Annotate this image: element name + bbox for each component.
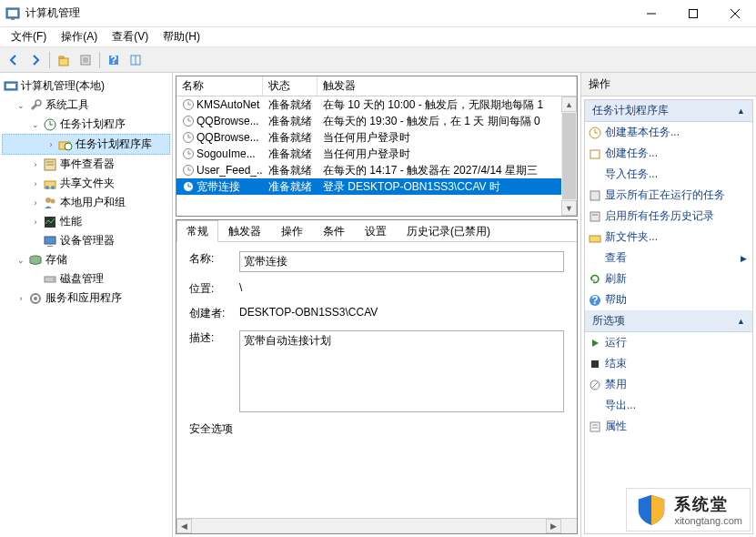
maximize-button[interactable] xyxy=(672,0,714,27)
action-create-basic-task[interactable]: 创建基本任务... xyxy=(585,122,752,143)
task-row[interactable]: QQBrowse...准备就绪当任何用户登录时 xyxy=(176,129,577,146)
menu-view[interactable]: 查看(V) xyxy=(105,27,156,46)
expand-icon[interactable]: › xyxy=(31,198,40,208)
expand-icon[interactable]: › xyxy=(46,140,55,149)
scroll-up-icon[interactable]: ▲ xyxy=(561,96,577,112)
col-name[interactable]: 名称 xyxy=(176,76,263,96)
task-row[interactable]: 宽带连接准备就绪登录 DESKTOP-OBN1SS3\CCAV 时 xyxy=(176,178,577,195)
tab-history[interactable]: 历史记录(已禁用) xyxy=(397,220,500,241)
tree-label: 任务计划程序 xyxy=(60,117,126,132)
menu-action[interactable]: 操作(A) xyxy=(54,27,105,46)
tab-actions[interactable]: 操作 xyxy=(271,220,313,241)
tree-device-manager[interactable]: 设备管理器 xyxy=(2,231,170,250)
action-label: 运行 xyxy=(605,335,627,350)
scroll-thumb[interactable] xyxy=(562,113,576,199)
collapse-icon[interactable]: ▲ xyxy=(737,317,745,326)
action-disable[interactable]: 禁用 xyxy=(585,374,752,395)
tree-system-tools[interactable]: ⌄ 系统工具 xyxy=(2,96,170,115)
collapse-icon[interactable]: ⌄ xyxy=(16,101,25,110)
tab-general[interactable]: 常规 xyxy=(176,220,218,242)
action-import-task[interactable]: 导入任务... xyxy=(585,164,752,185)
tab-conditions[interactable]: 条件 xyxy=(313,220,355,241)
scroll-track[interactable] xyxy=(192,519,546,533)
task-row[interactable]: KMSAutoNet准备就绪在每 10 天的 10:00 - 触发后，无限期地每… xyxy=(176,96,577,113)
section-library[interactable]: 任务计划程序库 ▲ xyxy=(585,100,752,122)
tree-event-viewer[interactable]: › 事件查看器 xyxy=(2,155,170,174)
svg-rect-1 xyxy=(8,10,17,16)
properties-button[interactable] xyxy=(76,50,96,70)
tree-root[interactable]: 计算机管理(本地) xyxy=(2,76,170,96)
expand-icon[interactable]: › xyxy=(16,294,25,303)
action-label: 创建任务... xyxy=(605,146,658,161)
back-button[interactable] xyxy=(4,50,24,70)
col-status[interactable]: 状态 xyxy=(263,76,318,96)
horizontal-scrollbar[interactable]: ◀ ▶ xyxy=(176,518,577,533)
folder-icon xyxy=(589,231,601,244)
help-button[interactable]: ? xyxy=(104,50,124,70)
tree-scheduler-library[interactable]: › 任务计划程序库 xyxy=(2,134,170,155)
scroll-left-icon[interactable]: ◀ xyxy=(176,519,192,533)
toolbar-separator xyxy=(49,52,50,68)
svg-rect-7 xyxy=(59,58,68,66)
action-refresh[interactable]: 刷新 xyxy=(585,268,752,289)
up-button[interactable] xyxy=(54,50,74,70)
tab-triggers[interactable]: 触发器 xyxy=(218,220,271,241)
forward-button[interactable] xyxy=(25,50,45,70)
task-row[interactable]: User_Feed_...准备就绪在每天的 14:17 - 触发器在 2027/… xyxy=(176,162,577,178)
pane-button[interactable] xyxy=(126,50,146,70)
security-label: 安全选项 xyxy=(189,421,233,437)
action-create-task[interactable]: 创建任务... xyxy=(585,143,752,164)
menu-help[interactable]: 帮助(H) xyxy=(156,27,207,46)
tree-disk-management[interactable]: 磁盘管理 xyxy=(2,269,170,289)
tree-services[interactable]: › 服务和应用程序 xyxy=(2,289,170,308)
tree-performance[interactable]: › 性能 xyxy=(2,212,170,231)
action-end[interactable]: 结束 xyxy=(585,353,752,374)
close-button[interactable] xyxy=(714,0,756,27)
task-row[interactable]: SogouIme...准备就绪当任何用户登录时 xyxy=(176,146,577,162)
action-export[interactable]: 导出... xyxy=(585,395,752,416)
minimize-button[interactable] xyxy=(630,0,672,27)
col-trigger[interactable]: 触发器 xyxy=(318,76,577,96)
shield-icon xyxy=(634,492,669,527)
action-view[interactable]: 查看 ▶ xyxy=(585,248,752,268)
svg-point-40 xyxy=(34,297,37,300)
actions-header: 操作 xyxy=(581,73,756,96)
expand-icon[interactable]: › xyxy=(31,218,40,227)
action-help[interactable]: ? 帮助 xyxy=(585,289,752,310)
menu-file[interactable]: 文件(F) xyxy=(4,27,54,46)
svg-rect-61 xyxy=(590,191,600,200)
spacer xyxy=(31,275,40,284)
scroll-right-icon[interactable]: ▶ xyxy=(546,519,561,533)
action-show-running[interactable]: 显示所有正在运行的任务 xyxy=(585,185,752,206)
action-run[interactable]: 运行 xyxy=(585,332,752,353)
tree-storage[interactable]: ⌄ 存储 xyxy=(2,250,170,269)
svg-text:?: ? xyxy=(591,294,598,307)
action-label: 结束 xyxy=(605,356,627,371)
action-new-folder[interactable]: 新文件夹... xyxy=(585,227,752,248)
collapse-icon[interactable]: ⌄ xyxy=(31,120,40,129)
vertical-scrollbar[interactable]: ▲ ▼ xyxy=(561,96,577,216)
expand-icon[interactable]: › xyxy=(31,179,40,188)
expand-icon[interactable]: › xyxy=(31,160,40,169)
clock-icon xyxy=(182,115,195,127)
action-enable-history[interactable]: 启用所有任务历史记录 xyxy=(585,206,752,227)
computer-icon xyxy=(4,79,18,94)
play-icon xyxy=(589,337,601,350)
svg-rect-62 xyxy=(590,212,600,221)
tab-settings[interactable]: 设置 xyxy=(355,220,397,241)
tree-scheduler[interactable]: ⌄ 任务计划程序 xyxy=(2,115,170,134)
collapse-icon[interactable]: ⌄ xyxy=(16,256,25,265)
tree-local-users[interactable]: › 本地用户和组 xyxy=(2,193,170,212)
location-label: 位置: xyxy=(189,281,239,297)
titlebar: 计算机管理 xyxy=(0,0,756,27)
section-selected[interactable]: 所选项 ▲ xyxy=(585,310,752,332)
tree-shared-folders[interactable]: › 共享文件夹 xyxy=(2,174,170,193)
tree-label: 共享文件夹 xyxy=(60,176,115,191)
action-properties[interactable]: 属性 xyxy=(585,416,752,437)
collapse-icon[interactable]: ▲ xyxy=(737,106,745,116)
scroll-down-icon[interactable]: ▼ xyxy=(561,200,577,216)
action-label: 查看 xyxy=(605,250,627,266)
tree-label: 事件查看器 xyxy=(60,157,115,172)
task-row[interactable]: QQBrowse...准备就绪在每天的 19:30 - 触发后，在 1 天 期间… xyxy=(176,113,577,129)
svg-point-31 xyxy=(45,198,51,203)
